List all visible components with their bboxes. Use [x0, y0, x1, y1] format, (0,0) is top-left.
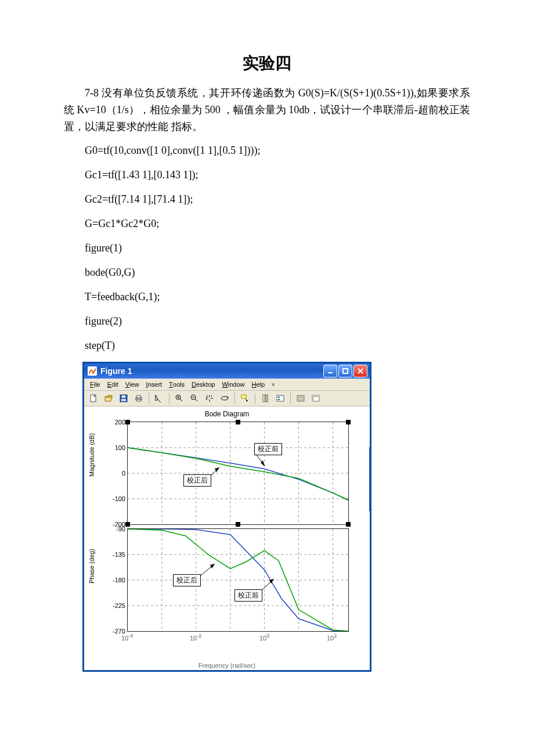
- insert-legend-icon[interactable]: [273, 391, 287, 405]
- magnitude-plot: [128, 422, 348, 524]
- menu-tools[interactable]: Tools: [165, 380, 188, 388]
- annotation-before: 校正前: [234, 589, 262, 602]
- code-line: step(T): [64, 338, 470, 354]
- code-line: G0=tf(10,conv([1 0],conv([1 1],[0.5 1]))…: [64, 143, 470, 159]
- menu-insert[interactable]: Insert: [143, 380, 166, 388]
- annotation-after: 校正后: [183, 474, 211, 487]
- svg-rect-9: [137, 399, 140, 401]
- ytick: -100: [113, 495, 125, 502]
- ytick: 100: [115, 444, 125, 451]
- ytick: -180: [113, 577, 125, 584]
- svg-rect-25: [297, 395, 304, 401]
- chart-title: Bode Diagram: [84, 410, 370, 418]
- svg-rect-5: [122, 395, 125, 398]
- code-line: bode(G0,G): [64, 265, 470, 281]
- minimize-button[interactable]: [323, 365, 337, 377]
- window-titlebar[interactable]: Figure 1: [84, 363, 370, 379]
- svg-rect-1: [328, 372, 333, 373]
- ytick: 0: [122, 470, 125, 477]
- zoom-out-icon[interactable]: [187, 391, 201, 405]
- annotation-before: 校正前: [254, 443, 282, 455]
- axes-magnitude[interactable]: 200 100 0 -100 -200: [127, 422, 349, 525]
- rotate-3d-icon[interactable]: [218, 391, 232, 405]
- menu-file[interactable]: File: [86, 380, 104, 388]
- svg-rect-8: [137, 395, 140, 398]
- figure-window: Figure 1 File Edit View Insert Tools Des…: [82, 362, 371, 672]
- open-icon[interactable]: [102, 391, 116, 405]
- ytick: 200: [115, 419, 125, 426]
- matlab-icon: [88, 366, 97, 376]
- plot-area[interactable]: Bode Diagram Magnitude (dB) Phase (deg) …: [84, 406, 370, 670]
- y-axis-label-phase: Phase (deg): [88, 575, 95, 584]
- crop-edge: [369, 447, 370, 511]
- data-cursor-icon[interactable]: [238, 391, 252, 405]
- svg-rect-6: [121, 399, 126, 401]
- axes-phase[interactable]: -90 -135 -180 -225 -270: [127, 528, 349, 632]
- svg-rect-2: [343, 369, 348, 373]
- ytick: -135: [113, 551, 125, 558]
- code-line: Gc2=tf([7.14 1],[71.4 1]);: [64, 192, 470, 208]
- menu-overflow-icon: ▾: [272, 381, 275, 388]
- matlab-code-block: G0=tf(10,conv([1 0],conv([1 1],[0.5 1]))…: [64, 143, 470, 354]
- menu-edit[interactable]: Edit: [104, 380, 122, 388]
- svg-rect-19: [241, 395, 246, 398]
- phase-plot: [128, 529, 348, 631]
- menu-help[interactable]: Help: [248, 380, 269, 388]
- menu-view[interactable]: View: [122, 380, 143, 388]
- save-icon[interactable]: [117, 391, 131, 405]
- y-axis-label-magnitude: Magnitude (dB): [88, 469, 95, 477]
- print-icon[interactable]: [132, 391, 146, 405]
- svg-rect-28: [312, 395, 319, 397]
- code-line: Gc1=tf([1.43 1],[0.143 1]);: [64, 167, 470, 183]
- x-axis-label: Frequency (rad/sec): [84, 662, 370, 669]
- svg-rect-22: [277, 395, 284, 401]
- problem-statement: 7-8 没有单位负反馈系统，其开环传递函数为 G0(S)=K/(S(S+1)(0…: [64, 85, 470, 135]
- svg-rect-20: [263, 395, 265, 402]
- svg-marker-52: [210, 564, 215, 568]
- zoom-in-icon[interactable]: [172, 391, 186, 405]
- svg-line-12: [180, 399, 182, 401]
- show-plot-tools-icon[interactable]: [309, 391, 323, 405]
- hide-plot-tools-icon[interactable]: [294, 391, 308, 405]
- menu-bar: File Edit View Insert Tools Desktop Wind…: [84, 379, 370, 391]
- annotation-after: 校正后: [173, 574, 201, 586]
- new-figure-icon[interactable]: [86, 391, 100, 405]
- svg-line-16: [195, 399, 197, 401]
- ytick: -90: [116, 525, 125, 532]
- svg-line-10: [158, 399, 161, 402]
- edit-plot-icon[interactable]: [152, 391, 166, 405]
- menu-window[interactable]: Window: [218, 380, 248, 388]
- svg-rect-21: [266, 395, 268, 402]
- maximize-button[interactable]: [338, 365, 352, 377]
- code-line: figure(1): [64, 240, 470, 257]
- pan-icon[interactable]: [203, 391, 217, 405]
- insert-colorbar-icon[interactable]: [258, 391, 272, 405]
- svg-point-18: [221, 397, 228, 400]
- code-line: G=Gc1*Gc2*G0;: [64, 216, 470, 232]
- code-line: figure(2): [64, 314, 470, 330]
- window-title: Figure 1: [100, 366, 132, 376]
- toolbar: [84, 391, 370, 406]
- page-title: 实验四: [64, 52, 470, 74]
- ytick: -225: [113, 602, 125, 609]
- close-button[interactable]: [353, 365, 367, 377]
- code-line: T=feedback(G,1);: [64, 289, 470, 305]
- menu-desktop[interactable]: Desktop: [188, 380, 218, 388]
